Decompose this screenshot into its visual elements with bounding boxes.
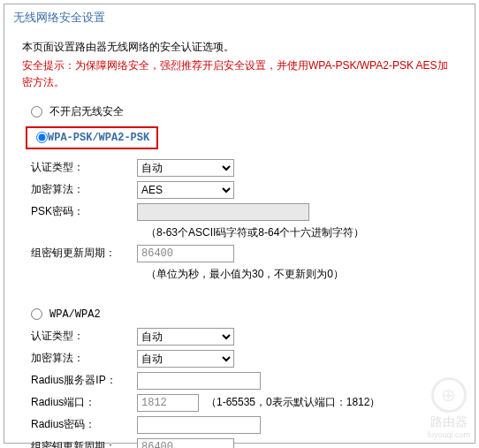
wpa-auth-select[interactable]: 自动 [137, 328, 234, 345]
panel-title: 无线网络安全设置 [4, 4, 475, 32]
radio-wpa-label: WPA/WPA2 [49, 308, 101, 321]
radio-wpa[interactable] [31, 308, 42, 320]
intro-text: 本页面设置路由器无线网络的安全认证选项。 [22, 39, 457, 56]
option-disable-security[interactable]: 不开启无线安全 [31, 104, 457, 119]
wpa-auth-label: 认证类型： [31, 329, 137, 344]
wpapsk-form: 认证类型： 自动 加密算法： AES PSK密码： （8-63个ASCII码字符… [31, 159, 457, 282]
wpapsk-rekey-input[interactable] [137, 245, 234, 262]
wpapsk-rekey-label: 组密钥更新周期： [31, 246, 137, 261]
radio-disable[interactable] [31, 106, 42, 118]
security-warning: 安全提示：为保障网络安全，强烈推荐开启安全设置，并使用WPA-PSK/WPA2-… [22, 57, 457, 91]
radio-wpapsk[interactable] [36, 132, 48, 143]
wpapsk-enc-select[interactable]: AES [137, 181, 234, 199]
option-wpa-psk-highlighted[interactable]: WPA-PSK/WPA2-PSK [26, 126, 158, 149]
option-wpa[interactable]: WPA/WPA2 [31, 308, 457, 321]
wpa-enc-label: 加密算法： [31, 351, 137, 366]
wpa-radius-port-label: Radius端口： [31, 395, 137, 410]
wpapsk-auth-select[interactable]: 自动 [137, 159, 234, 177]
settings-panel: 无线网络安全设置 本页面设置路由器无线网络的安全认证选项。 安全提示：为保障网络… [4, 4, 475, 444]
wpa-enc-select[interactable]: 自动 [137, 350, 234, 368]
wpa-radius-pw-input[interactable] [137, 416, 261, 434]
wpa-radius-pw-label: Radius密码： [31, 417, 137, 432]
wpa-radius-ip-input[interactable] [137, 372, 261, 390]
radio-disable-label: 不开启无线安全 [49, 104, 124, 119]
wpa-radius-port-hint: （1-65535，0表示默认端口：1812） [206, 395, 380, 410]
wpapsk-rekey-hint: （单位为秒，最小值为30，不更新则为0） [146, 267, 457, 282]
wpa-rekey-label: 组密钥更新周期： [31, 439, 137, 448]
wpapsk-auth-label: 认证类型： [31, 160, 137, 175]
wpa-form: 认证类型： 自动 加密算法： 自动 Radius服务器IP： Radius端口：… [31, 328, 457, 448]
radio-wpapsk-label: WPA-PSK/WPA2-PSK [48, 132, 149, 144]
wpapsk-enc-label: 加密算法： [31, 182, 137, 197]
wpa-radius-ip-label: Radius服务器IP： [31, 373, 137, 388]
wpapsk-psk-label: PSK密码： [31, 204, 137, 219]
wpapsk-psk-input[interactable] [137, 203, 309, 221]
wpa-rekey-input[interactable] [137, 438, 234, 448]
wpa-radius-port-input[interactable] [137, 394, 199, 412]
panel-body: 本页面设置路由器无线网络的安全认证选项。 安全提示：为保障网络安全，强烈推荐开启… [4, 32, 475, 448]
wpapsk-psk-hint: （8-63个ASCII码字符或8-64个十六进制字符） [146, 225, 457, 240]
